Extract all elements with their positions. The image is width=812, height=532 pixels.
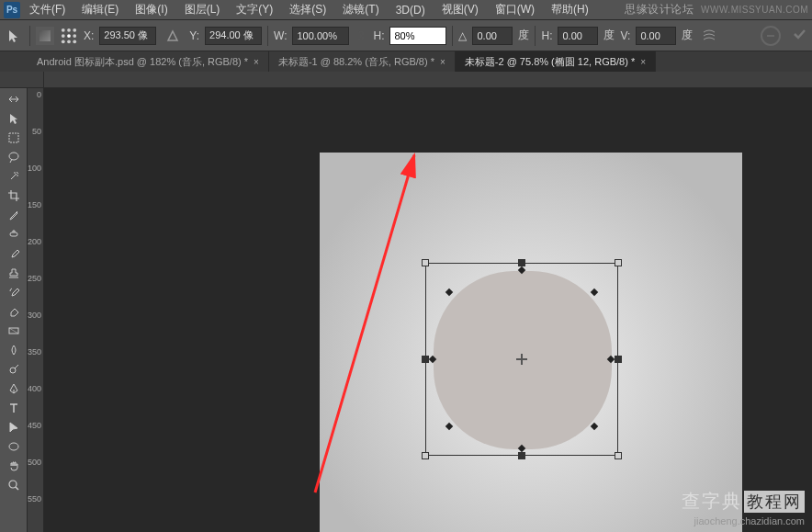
menu-type[interactable]: 文字(Y) <box>229 0 280 19</box>
menu-help[interactable]: 帮助(H) <box>544 0 596 19</box>
svg-point-15 <box>9 481 17 488</box>
svg-point-6 <box>62 40 65 43</box>
watermark-top-cn: 思缘设计论坛 <box>625 2 694 17</box>
menu-file[interactable]: 文件(F) <box>22 0 73 19</box>
anchor-point[interactable] <box>445 289 453 296</box>
crop-tool-icon[interactable] <box>5 187 23 205</box>
ref-point-grid[interactable] <box>60 27 78 45</box>
svg-point-3 <box>62 34 65 38</box>
transform-handle-mr[interactable] <box>615 356 622 363</box>
ruler-horizontal[interactable]: -500501001502002503003504004505005506006… <box>0 72 812 88</box>
watermark-bottom: 查字典教程网 jiaocheng.chazidian.com <box>682 489 805 526</box>
canvas-area[interactable] <box>44 88 812 532</box>
menu-edit[interactable]: 编辑(E) <box>74 0 126 19</box>
watermark-box: 教程网 <box>744 491 805 513</box>
marquee-tool-icon[interactable] <box>5 129 23 147</box>
transform-handle-tc[interactable] <box>518 259 525 266</box>
h-skew-input[interactable] <box>558 27 598 45</box>
svg-point-8 <box>73 40 76 43</box>
h-skew-label: H: <box>541 29 552 42</box>
stamp-tool-icon[interactable] <box>5 264 23 282</box>
link-wh-icon[interactable] <box>355 29 367 42</box>
zoom-tool-icon[interactable] <box>5 476 23 494</box>
delta-icon[interactable] <box>162 25 184 47</box>
gradient-tool-icon[interactable] <box>5 322 23 340</box>
lasso-tool-icon[interactable] <box>5 148 23 166</box>
v-skew-unit: 度 <box>682 28 693 43</box>
separator <box>267 26 268 46</box>
svg-rect-11 <box>10 232 17 236</box>
tab-document-1[interactable]: Android 图标副本.psd @ 182% (音乐, RGB/8) *× <box>28 51 269 72</box>
x-input[interactable] <box>99 27 156 45</box>
warp-icon[interactable] <box>698 25 720 47</box>
path-select-icon[interactable] <box>5 418 23 436</box>
eraser-tool-icon[interactable] <box>5 302 23 321</box>
ref-point-icon[interactable] <box>36 27 54 45</box>
angle-input[interactable] <box>472 27 513 45</box>
separator <box>452 26 453 46</box>
menu-3d[interactable]: 3D(D) <box>389 2 433 18</box>
anchor-point[interactable] <box>591 423 598 430</box>
anchor-point[interactable] <box>591 289 598 296</box>
healing-tool-icon[interactable] <box>5 225 23 243</box>
separator <box>29 26 30 46</box>
watermark-url: jiaocheng.chazidian.com <box>682 515 805 526</box>
menu-image[interactable]: 图像(I) <box>128 0 175 19</box>
close-icon[interactable]: × <box>440 57 445 67</box>
transform-handle-tr[interactable] <box>615 259 622 266</box>
tab-label: 未标题-1 @ 88.2% (音乐, RGB/8) * <box>278 55 434 69</box>
w-input[interactable] <box>292 27 349 45</box>
menubar-left: Ps 文件(F) 编辑(E) 图像(I) 图层(L) 文字(Y) 选择(S) 滤… <box>4 0 596 19</box>
ruler-corner[interactable] <box>28 72 44 88</box>
angle-unit: 度 <box>518 28 529 43</box>
y-input[interactable] <box>205 27 262 45</box>
handle-icon[interactable] <box>5 90 23 108</box>
menubar: Ps 文件(F) 编辑(E) 图像(I) 图层(L) 文字(Y) 选择(S) 滤… <box>0 0 812 20</box>
close-icon[interactable]: × <box>640 57 646 67</box>
history-brush-icon[interactable] <box>5 283 23 301</box>
transform-handle-bc[interactable] <box>518 452 525 459</box>
cursor-tool-icon[interactable] <box>6 27 24 45</box>
transform-handle-br[interactable] <box>615 452 622 459</box>
svg-point-7 <box>67 40 71 43</box>
hand-tool-icon[interactable] <box>5 457 23 475</box>
shape-tool-icon[interactable] <box>5 437 23 456</box>
dodge-tool-icon[interactable] <box>5 360 23 379</box>
svg-point-10 <box>9 153 18 160</box>
menu-window[interactable]: 窗口(W) <box>488 0 542 19</box>
watermark-main: 查字典教程网 <box>682 489 805 514</box>
menu-layer[interactable]: 图层(L) <box>177 0 228 19</box>
options-bar: X: Y: W: H: △ 度 H: 度 V: 度 <box>0 20 812 51</box>
app-logo[interactable]: Ps <box>4 2 20 18</box>
transform-handle-ml[interactable] <box>422 356 429 363</box>
tab-document-3[interactable]: 未标题-2 @ 75.8% (椭圆 12, RGB/8) *× <box>456 51 656 72</box>
cancel-transform-button[interactable] <box>761 26 781 46</box>
brush-tool-icon[interactable] <box>5 244 23 263</box>
menu-select[interactable]: 选择(S) <box>282 0 333 19</box>
close-icon[interactable]: × <box>254 57 259 67</box>
menu-filter[interactable]: 滤镜(T) <box>335 0 386 19</box>
svg-point-1 <box>67 28 71 31</box>
watermark-top: 思缘设计论坛 WWW.MISSYUAN.COM <box>625 2 808 17</box>
h-input[interactable] <box>389 27 446 45</box>
svg-rect-9 <box>9 133 18 142</box>
type-tool-icon[interactable] <box>5 399 23 417</box>
tab-document-2[interactable]: 未标题-1 @ 88.2% (音乐, RGB/8) *× <box>269 51 456 72</box>
pen-tool-icon[interactable] <box>5 379 23 398</box>
v-skew-label: V: <box>620 29 630 42</box>
transform-handle-tl[interactable] <box>422 259 429 266</box>
svg-point-4 <box>67 34 71 38</box>
commit-transform-button[interactable] <box>792 27 806 45</box>
wand-tool-icon[interactable] <box>5 167 23 186</box>
eyedropper-tool-icon[interactable] <box>5 206 23 224</box>
w-label: W: <box>274 29 287 42</box>
transform-handle-bl[interactable] <box>422 452 429 459</box>
move-tool-icon[interactable] <box>5 109 23 128</box>
anchor-point[interactable] <box>445 423 453 430</box>
transform-bounding-box[interactable] <box>425 263 618 456</box>
ruler-vertical[interactable]: 050100150200250300350400450500550 <box>28 88 44 532</box>
v-skew-input[interactable] <box>636 27 676 45</box>
center-point-icon[interactable] <box>516 354 527 365</box>
menu-view[interactable]: 视图(V) <box>434 0 486 19</box>
blur-tool-icon[interactable] <box>5 341 23 359</box>
